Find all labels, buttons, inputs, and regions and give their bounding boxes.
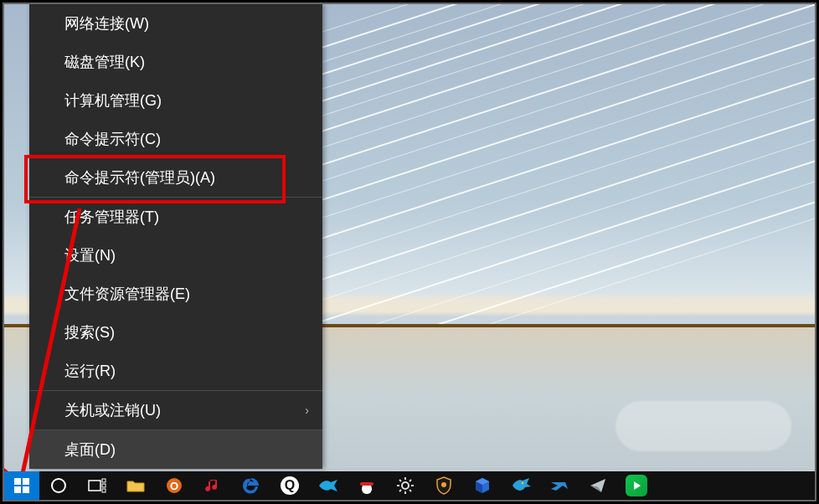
- start-button[interactable]: [4, 471, 39, 500]
- menu-item-label: 运行(R): [64, 363, 116, 379]
- taskbar-gear-icon[interactable]: [386, 471, 425, 500]
- folder-icon: [126, 478, 145, 493]
- menu-item-search[interactable]: 搜索(S): [29, 313, 322, 352]
- notification-ghost: [616, 401, 791, 451]
- menu-item-label: 网络连接(W): [64, 15, 149, 32]
- bird-icon: [318, 479, 338, 492]
- menu-item-label: 计算机管理(G): [64, 92, 162, 109]
- svg-rect-2: [23, 478, 29, 485]
- gear-icon: [396, 476, 415, 495]
- menu-item-command-prompt[interactable]: 命令提示符(C): [29, 120, 322, 158]
- menu-item-command-prompt-admin[interactable]: 命令提示符(管理员)(A): [29, 158, 322, 197]
- menu-item-network-connections[interactable]: 网络连接(W): [29, 4, 322, 43]
- svg-line-19: [410, 480, 411, 481]
- taskbar-paperplane-icon[interactable]: [579, 471, 617, 500]
- svg-rect-7: [102, 479, 106, 482]
- svg-point-12: [402, 482, 409, 489]
- taskbar-music-icon[interactable]: [193, 471, 232, 500]
- menu-item-run[interactable]: 运行(R): [29, 352, 322, 390]
- edge-icon: [242, 476, 260, 495]
- menu-item-label: 关机或注销(U): [64, 402, 161, 419]
- taskbar-eagle-icon[interactable]: [502, 471, 540, 500]
- menu-item-label: 命令提示符(C): [64, 131, 161, 147]
- winx-context-menu: 网络连接(W) 磁盘管理(K) 计算机管理(G) 命令提示符(C) 命令提示符(…: [29, 4, 322, 469]
- penguin-icon: [358, 476, 376, 496]
- music-note-icon: [204, 477, 221, 494]
- menu-item-desktop[interactable]: 桌面(D): [29, 430, 322, 469]
- menu-item-label: 磁盘管理(K): [64, 54, 145, 70]
- taskbar-cortana-icon[interactable]: [39, 471, 78, 500]
- svg-rect-1: [14, 478, 21, 485]
- taskbar: O Q: [4, 471, 815, 500]
- submenu-indicator-icon: ›: [305, 404, 309, 417]
- menu-item-label: 任务管理器(T): [64, 208, 159, 225]
- swallow-icon: [549, 479, 569, 492]
- svg-line-17: [399, 480, 401, 481]
- taskbar-taskview-icon[interactable]: [78, 471, 116, 500]
- svg-point-22: [522, 482, 524, 485]
- menu-item-label: 搜索(S): [64, 324, 115, 341]
- taskbar-cube-icon[interactable]: [463, 471, 502, 500]
- svg-rect-9: [102, 489, 106, 492]
- svg-rect-8: [102, 484, 106, 487]
- taskbar-edge-icon[interactable]: [232, 471, 270, 500]
- screenshot-frame: 网络连接(W) 磁盘管理(K) 计算机管理(G) 命令提示符(C) 命令提示符(…: [3, 3, 816, 501]
- taskbar-browser-q-icon[interactable]: Q: [270, 471, 309, 500]
- menu-item-settings[interactable]: 设置(N): [29, 236, 322, 275]
- eagle-icon: [511, 477, 531, 494]
- menu-item-file-explorer[interactable]: 文件资源管理器(E): [29, 275, 322, 313]
- circle-icon: [50, 477, 67, 494]
- menu-item-computer-management[interactable]: 计算机管理(G): [29, 81, 322, 120]
- svg-text:O: O: [170, 480, 178, 492]
- letter-o-icon: O: [165, 476, 183, 495]
- svg-point-21: [441, 482, 446, 487]
- shield-icon: [435, 476, 452, 495]
- menu-item-label: 命令提示符(管理员)(A): [64, 169, 215, 186]
- taskbar-video-icon[interactable]: [617, 471, 656, 500]
- taskbar-qq-icon[interactable]: [348, 471, 386, 500]
- svg-line-20: [399, 490, 401, 491]
- svg-rect-3: [14, 486, 21, 493]
- menu-item-label: 桌面(D): [64, 441, 116, 458]
- svg-line-18: [410, 490, 411, 491]
- windows-logo-icon: [14, 478, 29, 493]
- taskbar-swift-icon[interactable]: [309, 471, 348, 500]
- svg-point-5: [52, 479, 65, 492]
- svg-rect-4: [23, 486, 29, 493]
- svg-rect-6: [89, 481, 100, 491]
- play-badge-icon: [626, 475, 647, 496]
- menu-item-label: 文件资源管理器(E): [64, 285, 190, 302]
- paper-plane-icon: [589, 476, 607, 495]
- menu-item-task-manager[interactable]: 任务管理器(T): [29, 198, 322, 236]
- taskview-icon: [88, 478, 106, 493]
- menu-item-label: 设置(N): [64, 247, 116, 264]
- taskbar-swift-blue-icon[interactable]: [540, 471, 579, 500]
- taskbar-browser-o-icon[interactable]: O: [155, 471, 193, 500]
- letter-q-icon: Q: [281, 476, 299, 495]
- cube-icon: [473, 476, 492, 495]
- taskbar-folder-icon[interactable]: [116, 471, 155, 500]
- menu-item-disk-management[interactable]: 磁盘管理(K): [29, 43, 322, 81]
- taskbar-shield-icon[interactable]: [425, 471, 463, 500]
- menu-item-shutdown-signout[interactable]: 关机或注销(U) ›: [29, 391, 322, 429]
